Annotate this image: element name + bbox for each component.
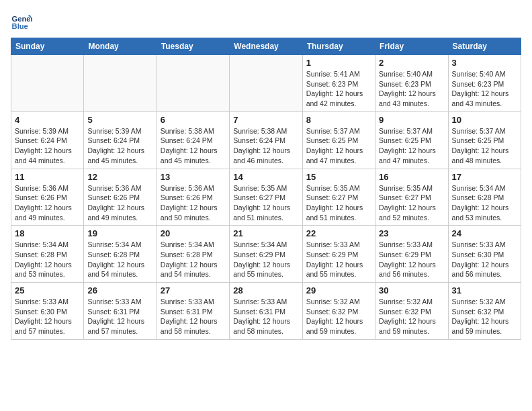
calendar-cell: 12Sunrise: 5:36 AM Sunset: 6:26 PM Dayli…	[84, 169, 157, 226]
calendar-cell: 14Sunrise: 5:35 AM Sunset: 6:27 PM Dayli…	[230, 169, 302, 226]
calendar-cell: 3Sunrise: 5:40 AM Sunset: 6:23 PM Daylig…	[448, 55, 521, 112]
day-number: 6	[161, 115, 226, 125]
day-header-monday: Monday	[84, 38, 157, 55]
day-number: 13	[161, 172, 226, 182]
calendar-cell	[84, 55, 157, 112]
day-header-friday: Friday	[375, 38, 448, 55]
day-info: Sunrise: 5:40 AM Sunset: 6:23 PM Dayligh…	[379, 69, 444, 109]
day-header-sunday: Sunday	[11, 38, 84, 55]
day-info: Sunrise: 5:35 AM Sunset: 6:27 PM Dayligh…	[379, 183, 444, 223]
calendar-cell: 5Sunrise: 5:39 AM Sunset: 6:24 PM Daylig…	[84, 111, 157, 169]
day-info: Sunrise: 5:41 AM Sunset: 6:23 PM Dayligh…	[306, 69, 371, 109]
calendar-cell: 7Sunrise: 5:38 AM Sunset: 6:24 PM Daylig…	[230, 111, 302, 169]
day-info: Sunrise: 5:40 AM Sunset: 6:23 PM Dayligh…	[452, 69, 517, 109]
day-info: Sunrise: 5:38 AM Sunset: 6:24 PM Dayligh…	[161, 126, 226, 166]
calendar-cell: 18Sunrise: 5:34 AM Sunset: 6:28 PM Dayli…	[11, 226, 84, 283]
day-info: Sunrise: 5:33 AM Sunset: 6:30 PM Dayligh…	[15, 297, 80, 336]
calendar-cell: 11Sunrise: 5:36 AM Sunset: 6:26 PM Dayli…	[11, 169, 84, 226]
calendar-cell	[230, 55, 302, 112]
day-info: Sunrise: 5:37 AM Sunset: 6:25 PM Dayligh…	[306, 126, 371, 166]
calendar-cell: 28Sunrise: 5:33 AM Sunset: 6:31 PM Dayli…	[230, 283, 302, 340]
day-header-wednesday: Wednesday	[230, 38, 302, 55]
calendar-cell: 27Sunrise: 5:33 AM Sunset: 6:31 PM Dayli…	[157, 283, 229, 340]
day-info: Sunrise: 5:39 AM Sunset: 6:24 PM Dayligh…	[87, 126, 152, 166]
calendar-cell: 9Sunrise: 5:37 AM Sunset: 6:25 PM Daylig…	[375, 111, 448, 169]
day-number: 15	[306, 172, 371, 182]
day-number: 1	[306, 58, 371, 68]
calendar-cell: 24Sunrise: 5:33 AM Sunset: 6:30 PM Dayli…	[448, 226, 521, 283]
day-number: 19	[87, 228, 152, 238]
day-number: 9	[379, 115, 444, 125]
day-number: 22	[306, 228, 371, 238]
day-info: Sunrise: 5:33 AM Sunset: 6:29 PM Dayligh…	[379, 240, 444, 279]
day-number: 20	[161, 228, 226, 238]
day-info: Sunrise: 5:39 AM Sunset: 6:24 PM Dayligh…	[15, 126, 80, 166]
day-number: 25	[15, 285, 80, 295]
day-number: 3	[452, 58, 517, 68]
calendar-cell: 31Sunrise: 5:32 AM Sunset: 6:32 PM Dayli…	[448, 283, 521, 340]
day-header-tuesday: Tuesday	[157, 38, 229, 55]
calendar-cell: 17Sunrise: 5:34 AM Sunset: 6:28 PM Dayli…	[448, 169, 521, 226]
day-number: 14	[233, 172, 298, 182]
day-info: Sunrise: 5:36 AM Sunset: 6:26 PM Dayligh…	[161, 183, 226, 223]
logo: General Blue	[11, 11, 35, 32]
day-info: Sunrise: 5:35 AM Sunset: 6:27 PM Dayligh…	[306, 183, 371, 223]
week-row-1: 4Sunrise: 5:39 AM Sunset: 6:24 PM Daylig…	[11, 111, 521, 169]
day-number: 21	[233, 228, 298, 238]
svg-text:Blue: Blue	[12, 22, 28, 30]
calendar-cell: 16Sunrise: 5:35 AM Sunset: 6:27 PM Dayli…	[375, 169, 448, 226]
calendar-cell: 22Sunrise: 5:33 AM Sunset: 6:29 PM Dayli…	[302, 226, 375, 283]
calendar-cell: 25Sunrise: 5:33 AM Sunset: 6:30 PM Dayli…	[11, 283, 84, 340]
calendar-cell	[157, 55, 229, 112]
calendar-cell: 8Sunrise: 5:37 AM Sunset: 6:25 PM Daylig…	[302, 111, 375, 169]
day-header-saturday: Saturday	[448, 38, 521, 55]
day-number: 17	[452, 172, 517, 182]
day-number: 2	[379, 58, 444, 68]
day-info: Sunrise: 5:32 AM Sunset: 6:32 PM Dayligh…	[306, 297, 371, 336]
week-row-0: 1Sunrise: 5:41 AM Sunset: 6:23 PM Daylig…	[11, 55, 521, 112]
day-info: Sunrise: 5:34 AM Sunset: 6:29 PM Dayligh…	[233, 240, 298, 279]
day-info: Sunrise: 5:32 AM Sunset: 6:32 PM Dayligh…	[452, 297, 517, 336]
calendar-cell	[11, 55, 84, 112]
day-number: 31	[452, 285, 517, 295]
day-number: 4	[15, 115, 80, 125]
day-number: 18	[15, 228, 80, 238]
day-info: Sunrise: 5:37 AM Sunset: 6:25 PM Dayligh…	[452, 126, 517, 166]
day-info: Sunrise: 5:36 AM Sunset: 6:26 PM Dayligh…	[15, 183, 80, 223]
day-number: 11	[15, 172, 80, 182]
day-info: Sunrise: 5:34 AM Sunset: 6:28 PM Dayligh…	[452, 183, 517, 223]
day-info: Sunrise: 5:33 AM Sunset: 6:30 PM Dayligh…	[452, 240, 517, 279]
logo-icon: General Blue	[11, 11, 32, 32]
header: General Blue	[11, 11, 521, 32]
day-info: Sunrise: 5:33 AM Sunset: 6:31 PM Dayligh…	[233, 297, 298, 336]
day-header-thursday: Thursday	[302, 38, 375, 55]
calendar-cell: 1Sunrise: 5:41 AM Sunset: 6:23 PM Daylig…	[302, 55, 375, 112]
day-number: 30	[379, 285, 444, 295]
day-info: Sunrise: 5:36 AM Sunset: 6:26 PM Dayligh…	[87, 183, 152, 223]
day-number: 8	[306, 115, 371, 125]
day-info: Sunrise: 5:33 AM Sunset: 6:29 PM Dayligh…	[306, 240, 371, 279]
week-row-2: 11Sunrise: 5:36 AM Sunset: 6:26 PM Dayli…	[11, 169, 521, 226]
day-info: Sunrise: 5:37 AM Sunset: 6:25 PM Dayligh…	[379, 126, 444, 166]
day-info: Sunrise: 5:35 AM Sunset: 6:27 PM Dayligh…	[233, 183, 298, 223]
day-info: Sunrise: 5:34 AM Sunset: 6:28 PM Dayligh…	[161, 240, 226, 279]
calendar-cell: 15Sunrise: 5:35 AM Sunset: 6:27 PM Dayli…	[302, 169, 375, 226]
day-number: 23	[379, 228, 444, 238]
day-number: 10	[452, 115, 517, 125]
calendar-cell: 30Sunrise: 5:32 AM Sunset: 6:32 PM Dayli…	[375, 283, 448, 340]
calendar-cell: 21Sunrise: 5:34 AM Sunset: 6:29 PM Dayli…	[230, 226, 302, 283]
day-info: Sunrise: 5:34 AM Sunset: 6:28 PM Dayligh…	[87, 240, 152, 279]
day-number: 7	[233, 115, 298, 125]
calendar-cell: 19Sunrise: 5:34 AM Sunset: 6:28 PM Dayli…	[84, 226, 157, 283]
day-number: 26	[87, 285, 152, 295]
day-number: 24	[452, 228, 517, 238]
calendar-cell: 13Sunrise: 5:36 AM Sunset: 6:26 PM Dayli…	[157, 169, 229, 226]
day-number: 5	[87, 115, 152, 125]
day-info: Sunrise: 5:33 AM Sunset: 6:31 PM Dayligh…	[161, 297, 226, 336]
calendar-cell: 4Sunrise: 5:39 AM Sunset: 6:24 PM Daylig…	[11, 111, 84, 169]
calendar-cell: 26Sunrise: 5:33 AM Sunset: 6:31 PM Dayli…	[84, 283, 157, 340]
day-number: 28	[233, 285, 298, 295]
calendar-cell: 10Sunrise: 5:37 AM Sunset: 6:25 PM Dayli…	[448, 111, 521, 169]
week-row-3: 18Sunrise: 5:34 AM Sunset: 6:28 PM Dayli…	[11, 226, 521, 283]
week-row-4: 25Sunrise: 5:33 AM Sunset: 6:30 PM Dayli…	[11, 283, 521, 340]
